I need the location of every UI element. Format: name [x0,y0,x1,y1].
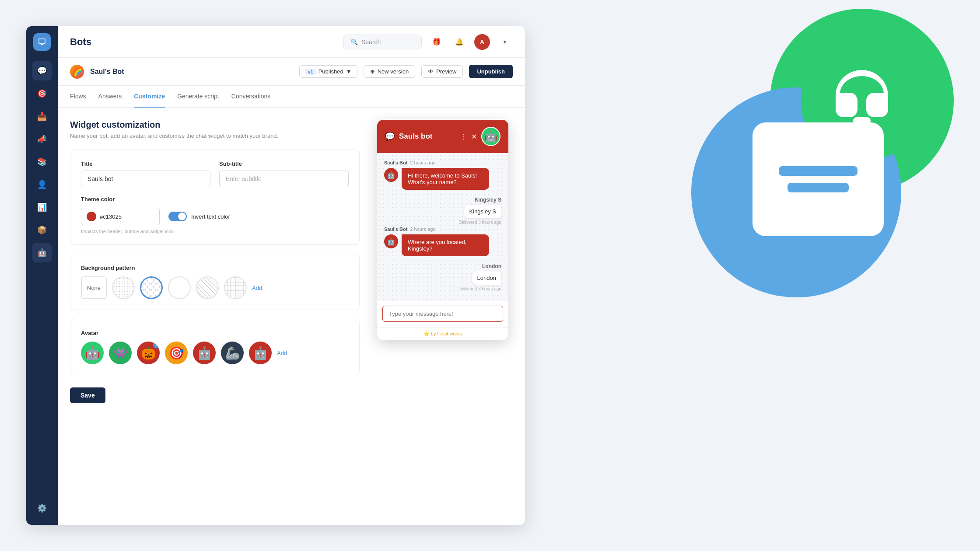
sidebar-item-bots[interactable]: 🤖 [32,243,52,262]
tab-customize[interactable]: Customize [134,86,165,108]
bot-row-2: 🤖 Where are you located, Kingsley? [384,234,501,256]
app-container: 💬 🎯 📥 📣 📚 👤 📊 📦 🤖 ⚙️ Bots 🔍 Search 🎁 🔔 A… [26,26,525,525]
form-row-title: Title Sub-title [81,160,349,187]
chat-bubble-decoration [752,122,884,236]
tab-answers[interactable]: Answers [98,86,122,108]
user-bubble-2: London [472,271,501,285]
title-input[interactable] [81,171,210,187]
bot-meta-time-2: 2 hours ago [410,227,435,232]
avatar-item-4[interactable]: 🎯 [165,342,188,364]
sidebar-item-settings[interactable]: ⚙️ [32,499,52,518]
save-button[interactable]: Save [70,387,105,403]
search-icon: 🔍 [350,38,358,45]
avatar-item-3[interactable]: 🎃 [137,342,160,364]
page-title: Bots [70,36,336,48]
sidebar-item-knowledge[interactable]: 📚 [32,152,52,171]
bot-name: Saul's Bot [90,68,293,76]
version-selector[interactable]: v1 Published ▼ [299,65,357,78]
message-group-2: Saul's Bot 2 hours ago 🤖 Where are you l… [384,227,501,256]
chat-body: Saul's Bot 2 hours ago 🤖 Hi there, welco… [377,153,508,300]
dropdown-chevron[interactable]: ▼ [497,34,513,50]
avatar-item-2[interactable]: 👾 [109,342,132,364]
bot-meta-time-1: 2 hours ago [410,160,435,165]
sidebar-item-reports[interactable]: 📊 [32,198,52,217]
bot-logo-emoji: 🌈 [72,67,82,77]
add-pattern-button[interactable]: Add [252,285,262,291]
bot-logo: 🌈 [70,65,84,79]
form-section-pattern: Background pattern None Add [70,254,360,310]
sidebar-item-apps[interactable]: 📦 [32,220,52,240]
unpublish-button[interactable]: Unpublish [469,65,513,78]
pattern-grid[interactable] [224,276,247,299]
chat-meta-2: Saul's Bot 2 hours ago [384,227,501,232]
chat-input[interactable] [382,306,503,322]
chat-input-area [377,300,508,327]
subtitle-input[interactable] [219,171,349,187]
chat-line-2 [788,183,849,192]
invert-text-label: Invert text color [191,213,230,220]
pattern-plain1[interactable] [168,276,191,299]
main-content: Bots 🔍 Search 🎁 🔔 A ▼ 🌈 Saul's Bot v1 Pu… [58,26,525,525]
pattern-circle[interactable] [140,276,163,299]
plus-circle-icon: ⊕ [370,68,375,75]
chat-header: 💬 Sauls bot ⋮ ✕ 🤖 [377,120,508,153]
sidebar-item-chat[interactable]: 💬 [32,61,52,80]
pattern-label: Background pattern [81,265,349,271]
avatar-item-5[interactable]: 🤖 [193,342,216,364]
avatar[interactable]: A [474,34,490,50]
bot-meta-name-2: Saul's Bot [384,227,407,232]
chat-header-actions: ⋮ ✕ 🤖 [460,127,500,146]
more-icon[interactable]: ⋮ [460,133,467,141]
user-name-1: Kingsley S [475,197,501,203]
new-version-button[interactable]: ⊕ New version [364,65,416,78]
invert-text-toggle[interactable] [168,212,187,221]
bot-avatar-small-1: 🤖 [384,168,398,182]
search-box[interactable]: 🔍 Search [343,35,422,49]
color-input-group[interactable]: #c13025 [81,208,160,225]
bot-bubble-1: Hi there, welcome to Sauls! What's your … [402,168,489,190]
bot-bubble-2: Where are you located, Kingsley? [402,234,489,256]
form-group-title: Title [81,160,210,187]
avatar-label: Avatar [81,330,349,336]
user-name-2: London [482,263,501,269]
tab-generate-script[interactable]: Generate script [177,86,219,108]
user-group-2: London London Delivered 3 hours ago [384,263,501,291]
form-section-title-subtitle: Title Sub-title Theme color #c1 [70,150,360,245]
gift-icon[interactable]: 🎁 [429,34,444,50]
chevron-down-icon: ▼ [346,68,352,75]
tab-flows[interactable]: Flows [70,86,86,108]
bot-meta-name-1: Saul's Bot [384,160,407,165]
sidebar-item-campaigns[interactable]: 📣 [32,129,52,149]
invert-text-toggle-group: Invert text color [168,212,230,221]
pattern-dots[interactable] [112,276,135,299]
search-label: Search [361,38,381,45]
add-avatar-button[interactable]: Add [277,350,287,356]
form-group-subtitle: Sub-title [219,160,349,187]
sidebar: 💬 🎯 📥 📣 📚 👤 📊 📦 🤖 ⚙️ [26,26,58,525]
close-icon[interactable]: ✕ [471,133,477,141]
chat-line-1 [779,166,858,176]
chat-footer: ⭐ by Freshworks [377,327,508,340]
content-area: Widget customization Name your bot, add … [58,108,525,525]
avatar-item-6[interactable]: 🦾 [221,342,244,364]
pattern-none[interactable]: None [81,276,107,299]
right-panel: 💬 Sauls bot ⋮ ✕ 🤖 [377,120,513,513]
tabs: Flows Answers Customize Generate script … [58,86,525,108]
user-group-1: Kingsley S Kingsley S Delivered 3 hours … [384,197,501,225]
sidebar-item-inbox[interactable]: 📥 [32,107,52,126]
tab-conversations[interactable]: Conversations [231,86,271,108]
pattern-lines[interactable] [196,276,219,299]
color-swatch [87,212,96,221]
sidebar-item-goals[interactable]: 🎯 [32,84,52,103]
form-section-avatar: Avatar 🤖 👾 🎃 🎯 🤖 🦾 🤖 Add [70,319,360,375]
chat-footer-text: by Freshworks [431,331,462,336]
sidebar-item-contacts[interactable]: 👤 [32,175,52,194]
section-desc: Name your bot, add an avatar, and custom… [70,133,360,139]
bot-header: 🌈 Saul's Bot v1 Published ▼ ⊕ New versio… [58,58,525,86]
avatar-item-1[interactable]: 🤖 [81,342,104,364]
avatar-item-7[interactable]: 🤖 [249,342,272,364]
subtitle-label: Sub-title [219,160,349,167]
notification-icon[interactable]: 🔔 [452,34,467,50]
preview-button[interactable]: 👁 Preview [421,65,463,78]
color-hint: Impacts the header, bubble and widget ic… [81,229,349,234]
